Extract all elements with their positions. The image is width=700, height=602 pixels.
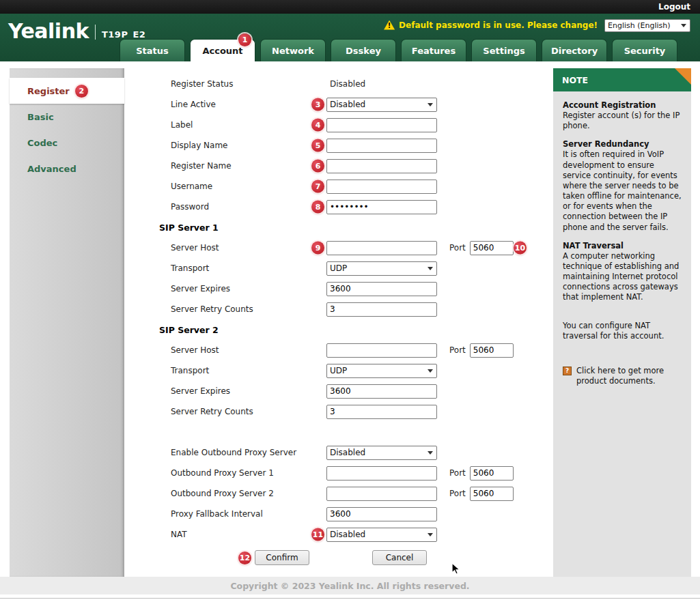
outbound-proxy-server-2-input[interactable] bbox=[326, 487, 437, 501]
language-select[interactable]: English (English) bbox=[604, 19, 690, 32]
note-section: NAT TraversalA computer networking techn… bbox=[563, 241, 682, 303]
annotation-badge: 12 bbox=[238, 551, 251, 564]
header-right: ! Default password is in use. Please cha… bbox=[384, 18, 690, 32]
transport-select[interactable]: UDP bbox=[326, 261, 437, 276]
field-label: Display Name bbox=[159, 141, 326, 150]
server-expires-input[interactable] bbox=[326, 384, 437, 399]
label-input[interactable] bbox=[326, 118, 437, 132]
annotation-badge: 8 bbox=[311, 201, 324, 214]
field-label: Label bbox=[159, 120, 326, 130]
note-sections: Account RegistrationRegister account (s)… bbox=[563, 100, 682, 341]
tab-label: Settings bbox=[483, 46, 524, 56]
field-label: Outbound Proxy Server 1 bbox=[159, 468, 326, 478]
annotation-badge: 3 bbox=[311, 98, 324, 111]
field-label: Server Expires bbox=[159, 284, 326, 293]
tab-dsskey[interactable]: Dsskey bbox=[331, 39, 396, 61]
field-label: Outbound Proxy Server 2 bbox=[159, 489, 326, 498]
server-host-port-input[interactable] bbox=[470, 343, 514, 358]
annotation-badge: 5 bbox=[311, 139, 324, 152]
form-row: Enable Outbound Proxy ServerDisabled bbox=[130, 442, 550, 463]
form-row: TransportUDP bbox=[130, 360, 550, 381]
outbound-proxy-server-1-input[interactable] bbox=[326, 466, 437, 481]
field-label: Enable Outbound Proxy Server bbox=[159, 448, 326, 457]
model-label: T19P_E2 bbox=[102, 29, 145, 40]
form-row: Server Retry Counts bbox=[130, 401, 550, 422]
tab-status[interactable]: Status bbox=[120, 39, 185, 61]
form-row: Line ActiveDisabled3 bbox=[130, 94, 550, 115]
sidebar-item-codec[interactable]: Codec bbox=[10, 130, 124, 156]
register-name-input[interactable] bbox=[326, 159, 437, 173]
password-input[interactable] bbox=[326, 200, 437, 214]
tab-label: Security bbox=[624, 46, 666, 56]
server-retry-counts-input[interactable] bbox=[326, 302, 437, 317]
confirm-button[interactable]: Confirm bbox=[255, 550, 309, 565]
section-header: SIP Server 2 bbox=[130, 319, 550, 340]
transport-select-wrap: UDP bbox=[326, 363, 437, 378]
field-label: Username bbox=[159, 182, 326, 191]
header: Yealink T19P_E2 ! Default password is in… bbox=[0, 14, 700, 61]
outbound-proxy-server-2-port-input[interactable] bbox=[470, 487, 514, 501]
field-label: Proxy Fallback Interval bbox=[159, 509, 326, 519]
field-label: Server Expires bbox=[159, 386, 326, 396]
annotation-badge: 11 bbox=[311, 528, 324, 541]
annotation-badge: 6 bbox=[311, 160, 324, 173]
server-host-input[interactable] bbox=[326, 343, 437, 358]
form-row: Server HostPort910 bbox=[130, 238, 550, 258]
field-label: Server Retry Counts bbox=[159, 407, 326, 416]
proxy-fallback-interval-input[interactable] bbox=[326, 507, 437, 521]
doc-link[interactable]: Click here to get more product documents… bbox=[576, 366, 664, 386]
form-row: Display Name5 bbox=[130, 135, 550, 156]
form-row: Username7 bbox=[130, 176, 550, 197]
sidebar-item-advanced[interactable]: Advanced bbox=[10, 156, 124, 182]
tab-features[interactable]: Features bbox=[401, 39, 466, 61]
note-section-body: Register account (s) for the IP phone. bbox=[563, 111, 682, 131]
enable-outbound-proxy-server-select[interactable]: Disabled bbox=[326, 446, 437, 460]
server-retry-counts-input[interactable] bbox=[326, 405, 437, 419]
sidebar-item-basic[interactable]: Basic bbox=[10, 104, 124, 130]
nat-select[interactable]: Disabled bbox=[326, 528, 437, 542]
tab-directory[interactable]: Directory bbox=[542, 39, 607, 61]
sidebar: Register2BasicCodecAdvanced bbox=[10, 68, 124, 577]
corner-fold-icon bbox=[675, 68, 691, 85]
language-select-wrap: English (English) bbox=[604, 18, 690, 32]
port-label: Port bbox=[449, 345, 466, 355]
note-section-body: It is often required in VoIP development… bbox=[563, 149, 682, 232]
server-host-port-input[interactable] bbox=[470, 241, 514, 255]
section-title: SIP Server 1 bbox=[159, 223, 326, 233]
display-name-input[interactable] bbox=[326, 139, 437, 153]
logout-link[interactable]: Logout bbox=[658, 2, 690, 12]
tab-bar: StatusAccount1NetworkDsskeyFeaturesSetti… bbox=[120, 39, 677, 61]
tab-network[interactable]: Network bbox=[260, 39, 326, 61]
annotation-badge: 2 bbox=[75, 85, 88, 98]
note-header: NOTE bbox=[553, 68, 691, 91]
field-label: Server Host bbox=[159, 345, 326, 355]
help-doc-icon: ? bbox=[563, 367, 572, 375]
tab-settings[interactable]: Settings bbox=[471, 39, 537, 61]
transport-select[interactable]: UDP bbox=[326, 364, 437, 378]
note-section: You can configure NAT traversal for this… bbox=[563, 321, 682, 341]
form-row: Server Expires bbox=[130, 278, 550, 299]
annotation-badge: 7 bbox=[311, 180, 324, 193]
tab-security[interactable]: Security bbox=[612, 39, 677, 61]
line-active-select[interactable]: Disabled bbox=[326, 98, 437, 112]
doc-link-row: ? Click here to get more product documen… bbox=[563, 366, 682, 387]
server-host-input[interactable] bbox=[326, 241, 437, 255]
tab-label: Network bbox=[272, 46, 314, 56]
field-label: Register Status bbox=[159, 79, 326, 89]
outbound-proxy-server-1-port-input[interactable] bbox=[470, 466, 514, 481]
tab-label: Account bbox=[202, 46, 242, 56]
form-row: Register StatusDisabled bbox=[130, 74, 550, 94]
tab-label: Features bbox=[412, 46, 456, 56]
sidebar-item-register[interactable]: Register2 bbox=[10, 78, 124, 104]
annotation-badge: 9 bbox=[311, 242, 324, 255]
note-title: NOTE bbox=[562, 75, 588, 85]
annotation-badge: 4 bbox=[311, 119, 324, 132]
server-expires-input[interactable] bbox=[326, 282, 437, 296]
field-label: Transport bbox=[159, 366, 326, 375]
annotation-badge: 1 bbox=[238, 33, 251, 46]
username-input[interactable] bbox=[326, 180, 437, 194]
tab-account[interactable]: Account1 bbox=[190, 39, 255, 61]
cancel-button[interactable]: Cancel bbox=[372, 550, 427, 565]
form-row: Proxy Fallback Interval bbox=[130, 504, 550, 524]
form-row: Server Retry Counts bbox=[130, 299, 550, 319]
